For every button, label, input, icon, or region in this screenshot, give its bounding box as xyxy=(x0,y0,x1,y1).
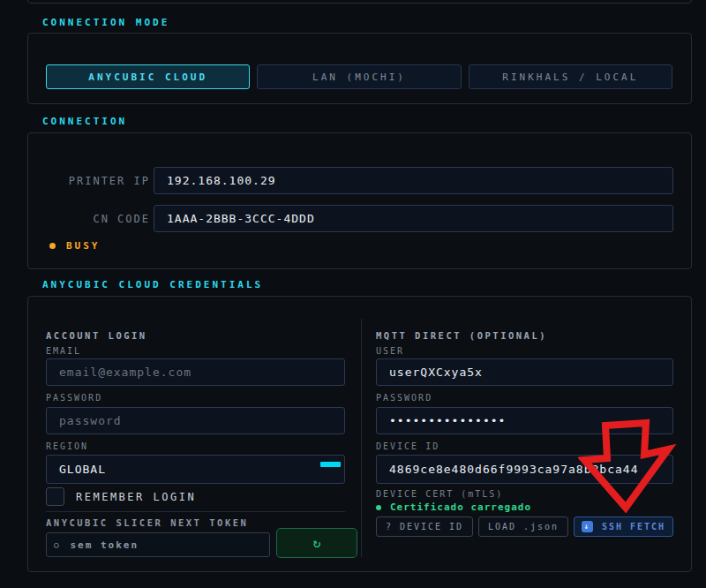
device-cert-label: DEVICE CERT (mTLS) xyxy=(376,489,503,499)
email-label: EMAIL xyxy=(46,346,81,356)
account-password-label: PASSWORD xyxy=(46,393,102,403)
column-divider xyxy=(361,319,362,557)
mode-button-row: ANYCUBIC CLOUD LAN (MOCHI) RINKHALS / LO… xyxy=(46,64,672,89)
mode-button-lan-mochi[interactable]: LAN (MOCHI) xyxy=(257,64,461,89)
device-id-label: DEVICE ID xyxy=(376,441,439,451)
mqtt-password-label: PASSWORD xyxy=(376,393,432,403)
ssh-fetch-label: SSH FETCH xyxy=(602,522,665,531)
device-id-help-button[interactable]: ? DEVICE ID xyxy=(376,516,473,537)
region-label: REGION xyxy=(46,441,88,451)
token-value: sem token xyxy=(70,539,139,551)
connection-panel: PRINTER IP CN CODE BUSY xyxy=(27,132,692,269)
busy-status-dot-icon xyxy=(49,243,56,249)
credentials-panel: ACCOUNT LOGIN EMAIL PASSWORD REGION GLOB… xyxy=(27,296,692,572)
remember-login-row: REMEMBER LOGIN xyxy=(46,487,196,506)
cert-button-row: ? DEVICE ID LOAD .json ↓ SSH FETCH xyxy=(376,516,673,537)
device-id-field[interactable] xyxy=(376,455,673,484)
credentials-title: ANYCUBIC CLOUD CREDENTIALS xyxy=(42,279,263,290)
token-status-circle-icon: ○ xyxy=(54,540,60,549)
printer-ip-row: PRINTER IP xyxy=(28,167,691,194)
connection-mode-panel: ANYCUBIC CLOUD LAN (MOCHI) RINKHALS / LO… xyxy=(27,33,692,104)
busy-status: BUSY xyxy=(49,240,101,252)
busy-status-label: BUSY xyxy=(66,240,101,252)
account-password-field[interactable] xyxy=(46,407,345,434)
mqtt-password-field[interactable] xyxy=(376,407,673,434)
remember-login-checkbox[interactable] xyxy=(46,487,64,506)
printer-ip-input[interactable] xyxy=(154,167,673,194)
slicer-token-heading: ANYCUBIC SLICER NEXT TOKEN xyxy=(46,517,248,528)
email-field[interactable] xyxy=(46,358,345,386)
token-section-divider xyxy=(46,511,345,512)
refresh-token-button[interactable]: ↻ xyxy=(276,528,357,558)
cert-status-text: Certificado carregado xyxy=(390,501,531,513)
mqtt-heading: MQTT DIRECT (OPTIONAL) xyxy=(376,330,547,341)
mqtt-user-field[interactable] xyxy=(376,358,673,386)
download-icon: ↓ xyxy=(582,521,593,532)
cutoff-panel-edge xyxy=(27,0,692,4)
mqtt-user-label: USER xyxy=(376,346,404,356)
ssh-fetch-button[interactable]: ↓ SSH FETCH xyxy=(574,516,673,537)
load-json-button[interactable]: LOAD .json xyxy=(478,516,568,537)
connection-mode-title: CONNECTION MODE xyxy=(42,17,169,28)
account-login-heading: ACCOUNT LOGIN xyxy=(46,330,147,341)
cn-code-input[interactable] xyxy=(154,205,673,232)
refresh-icon: ↻ xyxy=(312,535,320,551)
printer-ip-label: PRINTER IP xyxy=(35,175,150,187)
mode-button-rinkhals-local[interactable]: RINKHALS / LOCAL xyxy=(469,64,672,89)
remember-login-label: REMEMBER LOGIN xyxy=(76,491,196,503)
slicer-token-field[interactable]: ○ sem token xyxy=(46,532,270,557)
region-select[interactable]: GLOBAL xyxy=(46,455,345,484)
cn-code-label: CN CODE xyxy=(35,213,150,225)
mode-button-anycubic-cloud[interactable]: ANYCUBIC CLOUD xyxy=(46,64,250,89)
printer-connection-page: CONNECTION MODE ANYCUBIC CLOUD LAN (MOCH… xyxy=(0,0,706,588)
connection-title: CONNECTION xyxy=(42,116,127,127)
cn-code-row: CN CODE xyxy=(28,205,691,232)
cert-status-dot-icon xyxy=(376,505,381,510)
region-select-value: GLOBAL xyxy=(59,463,106,476)
cert-status-row: Certificado carregado xyxy=(376,501,531,513)
select-indicator-icon xyxy=(320,462,341,467)
